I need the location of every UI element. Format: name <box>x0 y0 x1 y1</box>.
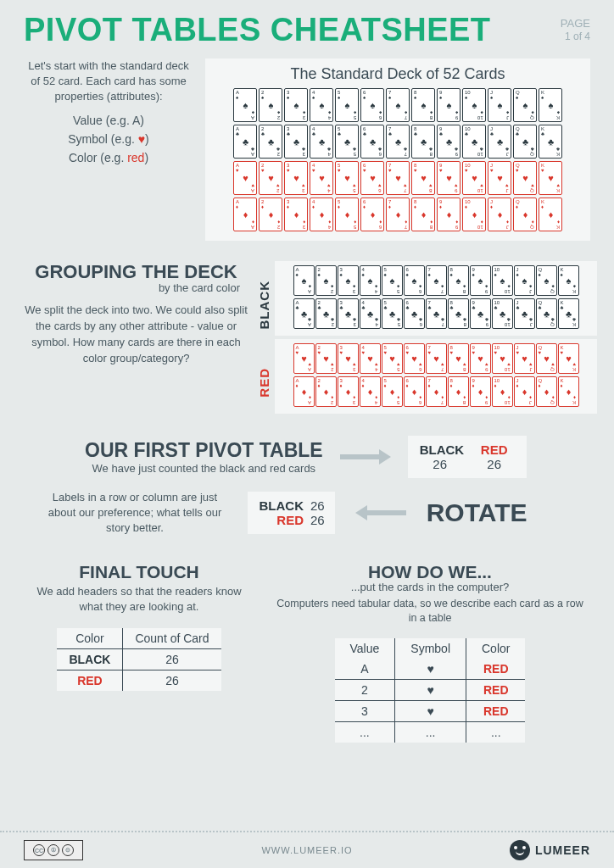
grouping-text: GROUPING THE DECK by the card color We s… <box>24 261 248 417</box>
table-row: ♥ <box>395 700 466 721</box>
playing-card: A♣♣A♣ <box>233 125 257 159</box>
playing-card: Q♦♦Q♦ <box>513 198 537 231</box>
playing-card: A♦♦A♦ <box>233 198 257 231</box>
playing-card: 7♦♦7♦ <box>426 376 447 407</box>
playing-card: 10♦♦10♦ <box>462 198 486 231</box>
pivot-vertical: BLACK26 RED26 <box>248 492 335 534</box>
playing-card: 7♠♠7♠ <box>426 265 447 296</box>
playing-card: 7♥♥7♥ <box>426 343 447 374</box>
playing-card: 3♦♦3♦ <box>338 376 359 407</box>
playing-card: A♥♥A♥ <box>293 343 315 374</box>
pivot-h-red-label: RED <box>474 442 515 457</box>
playing-card: 2♣♣2♣ <box>259 125 282 159</box>
playing-card: 2♥♥2♥ <box>259 161 282 195</box>
page-label: PAGE <box>561 17 590 31</box>
playing-card: A♣♣A♣ <box>293 298 315 329</box>
playing-card: 5♠♠5♠ <box>335 88 359 122</box>
playing-card: Q♥♥Q♥ <box>536 343 557 374</box>
pivot-v-red-label: RED <box>258 513 304 527</box>
hd-col1: Value <box>335 638 395 659</box>
playing-card: 2♠♠2♠ <box>315 265 337 296</box>
playing-card: 10♣♣10♣ <box>462 125 486 159</box>
footer-url: WWW.LUMEER.IO <box>261 845 352 855</box>
playing-card: J♥♥J♥ <box>514 343 535 374</box>
playing-card: 2♦♦2♦ <box>315 376 337 407</box>
final-touch-heading: FINAL TOUCH <box>29 562 249 582</box>
playing-card: 5♣♣5♣ <box>382 298 403 329</box>
howdo-heading: HOW DO WE... <box>275 562 585 582</box>
attr-color-red: red <box>127 151 144 164</box>
playing-card: J♠♠J♠ <box>514 265 535 296</box>
playing-card: 8♥♥8♥ <box>448 343 469 374</box>
attr-symbol: Symbol (e.g. ♥) <box>24 132 193 146</box>
playing-card: 9♥♥9♥ <box>437 161 460 195</box>
playing-card: 4♦♦4♦ <box>360 376 381 407</box>
playing-card: 3♥♥3♥ <box>284 161 308 195</box>
table-row: 3 <box>335 700 395 721</box>
playing-card: 5♥♥5♥ <box>382 343 403 374</box>
playing-card: 7♠♠7♠ <box>386 88 410 122</box>
playing-card: K♣♣K♣ <box>558 298 579 329</box>
playing-card: 6♥♥6♥ <box>360 161 384 195</box>
attr-color: Color (e.g. red) <box>24 151 193 164</box>
table-row: 2 <box>335 679 395 700</box>
playing-card: 2♥♥2♥ <box>315 343 337 374</box>
howdo-sub2: Computers need tabular data, so we descr… <box>275 597 585 626</box>
first-pivot-sub: We have just counted the black and red c… <box>85 462 323 475</box>
attr-symbol-post: ) <box>145 132 149 146</box>
playing-card: K♦♦K♦ <box>539 198 562 231</box>
playing-card: K♠♠K♠ <box>558 265 579 296</box>
pivot-v-black-count: 26 <box>310 498 325 513</box>
playing-card: 10♥♥10♥ <box>492 343 513 374</box>
table-row: ... <box>335 721 395 743</box>
playing-card: J♠♠J♠ <box>488 88 511 122</box>
pivot-h-black-count: 26 <box>420 457 460 471</box>
playing-card: Q♥♥Q♥ <box>513 161 537 195</box>
playing-card: 10♥♥10♥ <box>462 161 486 195</box>
playing-card: 8♦♦8♦ <box>411 198 435 231</box>
brand: LUMEER <box>510 840 590 860</box>
playing-card: 8♠♠8♠ <box>411 88 435 122</box>
playing-card: 6♦♦6♦ <box>404 376 425 407</box>
playing-card: 5♦♦5♦ <box>335 198 359 231</box>
playing-card: 8♣♣8♣ <box>411 125 435 159</box>
playing-card: 9♠♠9♠ <box>470 265 491 296</box>
playing-card: 10♦♦10♦ <box>492 376 513 407</box>
playing-card: 5♥♥5♥ <box>335 161 359 195</box>
playing-card: 9♣♣9♣ <box>437 125 460 159</box>
playing-card: 5♣♣5♣ <box>335 125 359 159</box>
final-table: ColorCount of Card BLACK26RED26 <box>57 628 220 691</box>
attr-symbol-pre: Symbol (e.g. <box>68 132 137 146</box>
playing-card: 9♣♣9♣ <box>470 298 491 329</box>
playing-card: 8♠♠8♠ <box>448 265 469 296</box>
playing-card: 10♠♠10♠ <box>462 88 486 122</box>
table-row: ... <box>395 721 466 743</box>
playing-card: Q♠♠Q♠ <box>513 88 537 122</box>
playing-card: 4♠♠4♠ <box>360 265 381 296</box>
playing-card: 2♠♠2♠ <box>259 88 282 122</box>
rotate-word: ROTATE <box>427 498 527 527</box>
playing-card: 6♥♥6♥ <box>404 343 425 374</box>
playing-card: 3♣♣3♣ <box>338 298 359 329</box>
ft-col1: Color <box>57 628 123 649</box>
pivot-h-red-count: 26 <box>474 457 515 471</box>
group-label-black: BLACK <box>257 281 271 330</box>
pivot-v-red-count: 26 <box>310 513 325 527</box>
table-row: ♥ <box>395 679 466 700</box>
ft-col2: Count of Card <box>123 628 221 649</box>
playing-card: 5♦♦5♦ <box>382 376 403 407</box>
playing-card: 7♣♣7♣ <box>426 298 447 329</box>
first-pivot-heading: OUR FIRST PIVOT TABLE <box>85 439 323 462</box>
grouping-heading: GROUPING THE DECK <box>24 261 248 283</box>
playing-card: 3♥♥3♥ <box>338 343 359 374</box>
playing-card: 7♣♣7♣ <box>386 125 410 159</box>
playing-card: J♣♣J♣ <box>514 298 535 329</box>
playing-card: K♣♣K♣ <box>539 125 562 159</box>
playing-card: 6♦♦6♦ <box>360 198 384 231</box>
arrow-left-icon <box>355 507 406 519</box>
table-row: 26 <box>123 670 221 691</box>
playing-card: 6♣♣6♣ <box>360 125 384 159</box>
pivot-h-black-label: BLACK <box>420 442 460 457</box>
intro-text: Let's start with the standard deck of 52… <box>24 58 193 241</box>
playing-card: 3♦♦3♦ <box>284 198 308 231</box>
